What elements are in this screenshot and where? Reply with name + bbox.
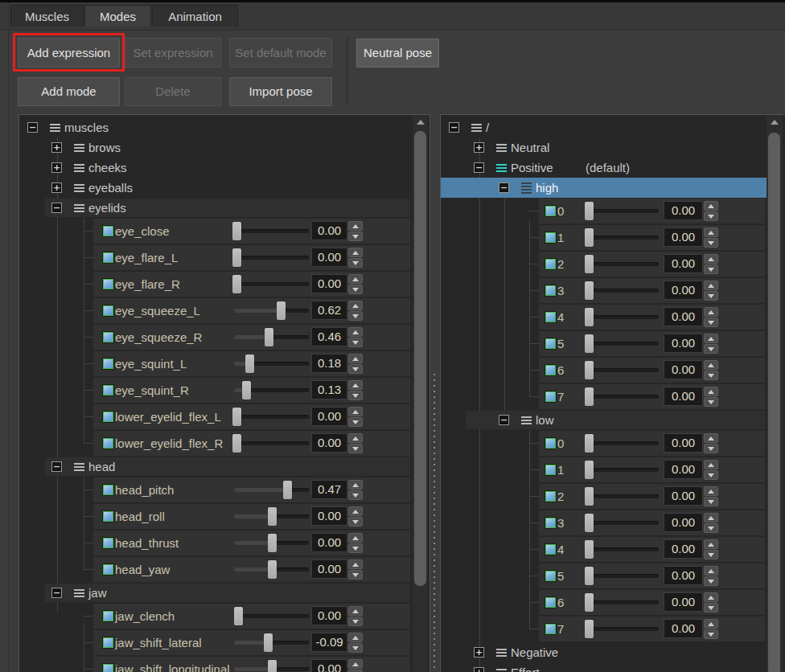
slider[interactable] <box>586 225 659 250</box>
spin-down-button[interactable] <box>704 264 718 274</box>
tree-row[interactable]: 20.00 <box>441 483 785 510</box>
tree-row[interactable]: eye_close0.00 <box>19 218 429 244</box>
slider-handle[interactable] <box>585 620 594 638</box>
slider-handle[interactable] <box>232 248 241 267</box>
set-default-mode-button[interactable]: Set default mode <box>229 38 332 68</box>
tree-row[interactable]: +brows <box>19 137 429 158</box>
slider-handle[interactable] <box>585 487 594 506</box>
spin-up-button[interactable] <box>704 486 718 496</box>
slider-handle[interactable] <box>585 255 594 273</box>
slider[interactable] <box>234 325 309 350</box>
spin-up-button[interactable] <box>704 566 718 576</box>
spin-down-button[interactable] <box>348 417 363 427</box>
checkbox-icon[interactable] <box>103 538 113 548</box>
slider[interactable] <box>234 504 309 529</box>
tree-row[interactable]: jaw_shift_lateral-0.09 <box>19 629 429 656</box>
spin-down-button[interactable] <box>348 643 363 653</box>
slider-handle[interactable] <box>585 334 594 353</box>
checkbox-icon[interactable] <box>545 206 556 216</box>
tree-row[interactable]: eye_flare_R0.00 <box>19 271 429 297</box>
value-field[interactable]: 0.00 <box>311 559 347 579</box>
spin-down-button[interactable] <box>704 576 718 586</box>
checkbox-icon[interactable] <box>103 359 113 369</box>
slider[interactable] <box>234 298 309 323</box>
value-field[interactable]: 0.00 <box>664 566 703 585</box>
tree-row[interactable]: head_yaw0.00 <box>19 556 429 583</box>
spin-up-button[interactable] <box>348 248 363 257</box>
spin-down-button[interactable] <box>348 364 363 374</box>
checkbox-icon[interactable] <box>545 438 556 449</box>
slider-handle[interactable] <box>585 387 594 406</box>
tree-row[interactable]: eye_flare_L0.00 <box>19 244 429 271</box>
value-field[interactable]: 0.00 <box>311 274 347 293</box>
slider-handle[interactable] <box>245 354 254 373</box>
tree-row[interactable]: −Positive(default) <box>441 158 785 178</box>
spin-up-button[interactable] <box>348 480 363 490</box>
slider-handle[interactable] <box>585 461 594 479</box>
right-scrollbar[interactable] <box>767 115 783 672</box>
slider[interactable] <box>234 272 309 297</box>
checkbox-icon[interactable] <box>103 252 113 263</box>
spin-down-button[interactable] <box>348 444 363 453</box>
checkbox-icon[interactable] <box>545 491 556 502</box>
spin-down-button[interactable] <box>704 444 718 453</box>
slider[interactable] <box>234 531 309 555</box>
tree-expander[interactable]: − <box>499 182 509 193</box>
slider-handle[interactable] <box>232 408 241 426</box>
spin-up-button[interactable] <box>704 360 718 370</box>
checkbox-icon[interactable] <box>545 365 556 375</box>
value-field[interactable]: 0.00 <box>311 221 347 240</box>
value-field[interactable]: 0.00 <box>664 281 703 300</box>
checkbox-icon[interactable] <box>545 232 556 243</box>
spin-up-button[interactable] <box>348 407 363 416</box>
spin-up-button[interactable] <box>704 539 718 549</box>
slider-handle[interactable] <box>585 540 594 559</box>
slider-handle[interactable] <box>268 560 277 579</box>
slider[interactable] <box>586 510 659 535</box>
value-field[interactable]: 0.46 <box>311 327 347 346</box>
checkbox-icon[interactable] <box>545 338 556 349</box>
checkbox-icon[interactable] <box>545 624 556 634</box>
slider-handle[interactable] <box>232 275 241 293</box>
spin-down-button[interactable] <box>348 517 363 527</box>
value-field[interactable]: 0.00 <box>664 254 703 273</box>
slider-handle[interactable] <box>242 381 251 400</box>
tree-row[interactable]: 40.00 <box>441 536 785 563</box>
checkbox-icon[interactable] <box>545 518 556 528</box>
tree-row[interactable]: +Effort <box>441 662 785 672</box>
tree-row[interactable]: 60.00 <box>441 357 785 383</box>
value-field[interactable]: 0.00 <box>664 433 703 453</box>
spin-up-button[interactable] <box>704 460 718 469</box>
value-field[interactable]: 0.00 <box>664 201 703 220</box>
tree-row[interactable]: −muscles <box>19 117 429 137</box>
slider[interactable] <box>586 199 659 223</box>
spin-up-button[interactable] <box>348 659 363 669</box>
tree-row[interactable]: −eyelids <box>19 198 429 218</box>
checkbox-icon[interactable] <box>103 637 113 648</box>
value-field[interactable]: 0.00 <box>664 460 703 479</box>
slider-handle[interactable] <box>585 593 594 612</box>
tree-row[interactable]: −head <box>19 457 429 477</box>
checkbox-icon[interactable] <box>103 611 113 621</box>
spin-down-button[interactable] <box>704 523 718 533</box>
spin-up-button[interactable] <box>348 506 363 516</box>
checkbox-icon[interactable] <box>103 226 113 236</box>
tree-row[interactable]: 10.00 <box>441 224 785 251</box>
slider-handle[interactable] <box>585 361 594 379</box>
checkbox-icon[interactable] <box>103 332 113 342</box>
tree-row[interactable]: 30.00 <box>441 277 785 304</box>
tree-row[interactable]: jaw_shift_longitudinal0.00 <box>19 656 429 672</box>
value-field[interactable]: 0.00 <box>664 513 703 532</box>
neutral-pose-button[interactable]: Neutral pose <box>356 39 439 68</box>
slider[interactable] <box>234 245 309 270</box>
checkbox-icon[interactable] <box>103 385 113 395</box>
spin-up-button[interactable] <box>704 433 718 443</box>
spin-up-button[interactable] <box>348 606 363 616</box>
spin-up-button[interactable] <box>348 533 363 543</box>
checkbox-icon[interactable] <box>545 465 556 475</box>
slider[interactable] <box>234 630 309 655</box>
tree-row[interactable]: eye_squeeze_L0.62 <box>19 297 429 324</box>
checkbox-icon[interactable] <box>103 305 113 316</box>
value-field[interactable]: 0.00 <box>311 248 347 267</box>
slider[interactable] <box>586 384 659 409</box>
